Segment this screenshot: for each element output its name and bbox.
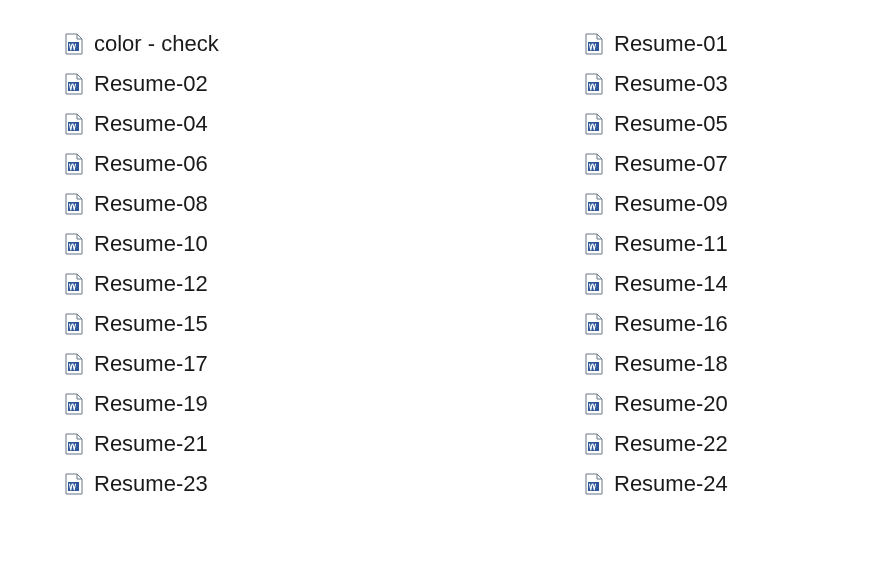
word-document-icon (64, 193, 84, 215)
word-document-icon (584, 473, 604, 495)
file-item[interactable]: Resume-10 (60, 224, 300, 264)
file-item[interactable]: Resume-15 (60, 304, 300, 344)
file-item[interactable]: Resume-02 (60, 64, 300, 104)
file-item[interactable]: Resume-17 (60, 344, 300, 384)
word-document-icon (584, 393, 604, 415)
file-label: color - check (94, 31, 219, 57)
file-label: Resume-14 (614, 271, 728, 297)
file-item[interactable]: Resume-18 (580, 344, 820, 384)
file-item[interactable]: Resume-05 (580, 104, 820, 144)
file-label: Resume-06 (94, 151, 208, 177)
word-document-icon (584, 193, 604, 215)
file-label: Resume-12 (94, 271, 208, 297)
file-item[interactable]: Resume-08 (60, 184, 300, 224)
word-document-icon (584, 113, 604, 135)
file-label: Resume-20 (614, 391, 728, 417)
file-label: Resume-03 (614, 71, 728, 97)
file-item[interactable]: Resume-23 (60, 464, 300, 504)
file-item[interactable]: Resume-06 (60, 144, 300, 184)
word-document-icon (584, 33, 604, 55)
file-label: Resume-02 (94, 71, 208, 97)
file-item[interactable]: Resume-14 (580, 264, 820, 304)
file-label: Resume-05 (614, 111, 728, 137)
word-document-icon (64, 233, 84, 255)
file-item[interactable]: Resume-12 (60, 264, 300, 304)
file-item[interactable]: Resume-16 (580, 304, 820, 344)
file-label: Resume-11 (614, 231, 728, 257)
file-item[interactable]: Resume-04 (60, 104, 300, 144)
word-document-icon (584, 273, 604, 295)
file-label: Resume-07 (614, 151, 728, 177)
file-label: Resume-15 (94, 311, 208, 337)
file-label: Resume-21 (94, 431, 208, 457)
file-label: Resume-01 (614, 31, 728, 57)
file-label: Resume-04 (94, 111, 208, 137)
file-label: Resume-16 (614, 311, 728, 337)
word-document-icon (64, 393, 84, 415)
file-item[interactable]: Resume-21 (60, 424, 300, 464)
word-document-icon (64, 313, 84, 335)
file-label: Resume-09 (614, 191, 728, 217)
file-item[interactable]: Resume-01 (580, 24, 820, 64)
file-item[interactable]: Resume-09 (580, 184, 820, 224)
file-item[interactable]: Resume-07 (580, 144, 820, 184)
file-label: Resume-10 (94, 231, 208, 257)
file-item[interactable]: Resume-11 (580, 224, 820, 264)
file-item[interactable]: color - check (60, 24, 300, 64)
word-document-icon (64, 273, 84, 295)
file-item[interactable]: Resume-22 (580, 424, 820, 464)
file-label: Resume-24 (614, 471, 728, 497)
file-item[interactable]: Resume-20 (580, 384, 820, 424)
word-document-icon (64, 113, 84, 135)
file-label: Resume-08 (94, 191, 208, 217)
word-document-icon (584, 433, 604, 455)
word-document-icon (64, 33, 84, 55)
word-document-icon (584, 153, 604, 175)
file-label: Resume-23 (94, 471, 208, 497)
word-document-icon (584, 353, 604, 375)
word-document-icon (584, 313, 604, 335)
word-document-icon (64, 353, 84, 375)
file-label: Resume-18 (614, 351, 728, 377)
word-document-icon (584, 233, 604, 255)
word-document-icon (584, 73, 604, 95)
word-document-icon (64, 153, 84, 175)
file-item[interactable]: Resume-03 (580, 64, 820, 104)
word-document-icon (64, 433, 84, 455)
file-list: color - check Resume-02 (60, 24, 830, 524)
file-item[interactable]: Resume-24 (580, 464, 820, 504)
file-item[interactable]: Resume-19 (60, 384, 300, 424)
file-label: Resume-22 (614, 431, 728, 457)
word-document-icon (64, 73, 84, 95)
file-label: Resume-17 (94, 351, 208, 377)
file-label: Resume-19 (94, 391, 208, 417)
word-document-icon (64, 473, 84, 495)
